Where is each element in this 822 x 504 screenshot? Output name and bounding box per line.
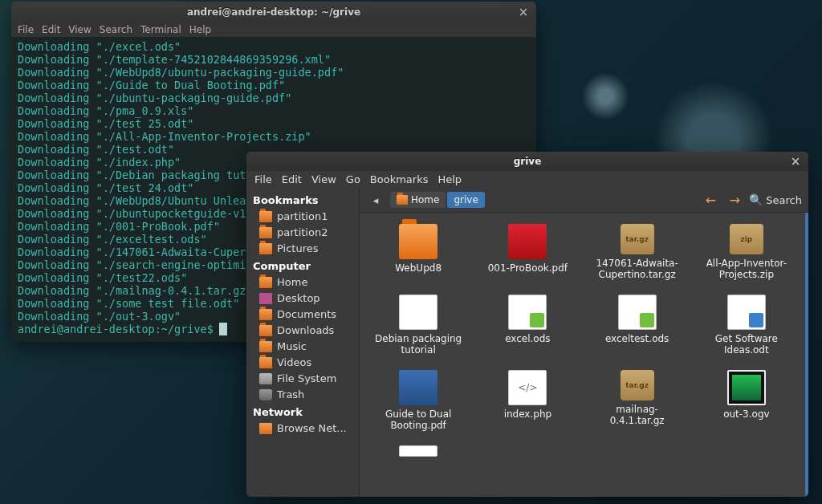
fm-menubar: File Edit View Go Bookmarks Help [246,171,808,188]
file-item[interactable]: 001-ProBook.pdf [475,224,580,280]
folder-icon [259,243,272,254]
fm-titlebar[interactable]: grive × [246,152,808,171]
home-icon [397,195,408,205]
sidebar-item-trash[interactable]: Trash [253,387,354,402]
sidebar-item-browse-network[interactable]: Browse Net... [253,421,354,436]
ogv-icon [727,370,766,405]
breadcrumb-label: Home [411,194,439,205]
terminal-menu-file[interactable]: File [18,24,34,35]
sidebar-item-label: Pictures [277,242,318,254]
tar-icon [621,370,654,400]
sidebar-item-label: Desktop [277,292,320,304]
search-label: Search [766,194,802,206]
sidebar-item-documents[interactable]: Documents [253,307,354,322]
file-item[interactable]: All-App-Inventor-Projects.zip [694,224,799,280]
fm-menu-bookmarks[interactable]: Bookmarks [370,173,429,185]
file-item[interactable]: out-3.ogv [694,370,799,431]
folder-icon [259,211,272,222]
fm-title: grive [514,156,542,167]
sidebar-item-label: partition1 [277,210,328,222]
fm-menu-help[interactable]: Help [437,173,462,185]
drive-icon [259,373,272,384]
fm-menu-view[interactable]: View [311,173,336,185]
sidebar-item-label: partition2 [277,226,328,238]
pdf-blue-icon [399,370,437,405]
tar-icon [621,224,654,254]
sidebar-item-label: Music [277,340,307,352]
terminal-menu-edit[interactable]: Edit [42,24,60,35]
file-item[interactable]: excel.ods [475,295,580,356]
desktop-icon [259,293,272,304]
sidebar-item-filesystem[interactable]: File System [253,371,354,386]
path-back-button[interactable]: ◂ [366,191,385,209]
file-label: out-3.ogv [723,408,770,420]
fm-menu-go[interactable]: Go [346,173,360,185]
file-label: All-App-Inventor-Projects.zip [698,258,795,280]
file-item[interactable] [366,445,470,457]
sidebar-header-bookmarks: Bookmarks [253,194,354,206]
breadcrumb-home[interactable]: Home [390,192,446,208]
file-label: 001-ProBook.pdf [488,262,568,274]
sidebar-item-downloads[interactable]: Downloads [253,323,354,338]
breadcrumb-current[interactable]: grive [447,192,484,208]
file-item[interactable]: Debian packaging tutorial [366,295,470,356]
network-icon [259,423,272,434]
sidebar-item-label: File System [277,372,336,384]
sidebar-item-label: Downloads [277,324,334,336]
terminal-menu-terminal[interactable]: Terminal [140,24,181,35]
file-label: 147061-Adwaita-Cupertino.tar.gz [589,258,686,280]
fm-menu-file[interactable]: File [254,173,272,185]
sidebar-item-label: Documents [277,308,336,320]
file-item[interactable]: Get Software Ideas.odt [694,295,799,356]
fm-sidebar: Bookmarks partition1 partition2 Pictures… [246,188,359,497]
file-icon [399,445,437,457]
file-item[interactable]: index.php [475,370,580,431]
music-icon [259,341,272,352]
sidebar-item-label: Browse Net... [277,422,347,434]
terminal-cursor [220,323,226,335]
folder-icon [259,227,272,238]
sidebar-header-computer: Computer [253,260,354,272]
file-item[interactable]: mailnag-0.4.1.tar.gz [585,370,690,431]
terminal-titlebar[interactable]: andrei@andrei-desktop: ~/grive × [11,2,536,22]
sidebar-item-music[interactable]: Music [253,339,354,354]
sidebar-item-partition2[interactable]: partition2 [253,225,354,240]
odt-icon [727,295,766,330]
fm-menu-edit[interactable]: Edit [282,173,302,185]
close-icon[interactable]: × [517,6,530,18]
folder-icon [399,224,437,259]
file-label: Get Software Ideas.odt [698,333,795,356]
home-icon [259,277,272,288]
terminal-menu-view[interactable]: View [68,24,91,35]
documents-icon [259,309,272,320]
file-item[interactable]: 147061-Adwaita-Cupertino.tar.gz [585,224,690,280]
php-icon [508,370,547,405]
nav-forward-button[interactable]: → [725,191,744,209]
sidebar-item-pictures[interactable]: Pictures [253,241,354,256]
file-label: excel.ods [505,333,550,344]
sidebar-item-label: Home [277,276,307,288]
close-icon[interactable]: × [789,155,802,168]
sidebar-item-label: Trash [277,388,304,400]
sidebar-item-videos[interactable]: Videos [253,355,354,370]
terminal-prompt: andrei@andrei-desktop:~/grive$ [18,323,220,335]
search-button[interactable]: 🔍 Search [749,193,802,206]
terminal-menu-search[interactable]: Search [100,24,132,35]
file-item[interactable]: Guide to Dual Booting.pdf [366,370,470,431]
file-label: index.php [504,408,551,420]
sidebar-item-home[interactable]: Home [253,274,354,290]
sidebar-item-desktop[interactable]: Desktop [253,291,354,306]
file-label: WebUpd8 [395,262,442,274]
file-label: Guide to Dual Booting.pdf [370,408,466,431]
nav-back-button[interactable]: ← [701,191,720,209]
fm-icon-grid[interactable]: WebUpd8001-ProBook.pdf147061-Adwaita-Cup… [360,213,808,497]
downloads-icon [259,325,272,336]
file-manager-window: grive × File Edit View Go Bookmarks Help… [246,152,808,497]
terminal-menu-help[interactable]: Help [189,24,211,35]
file-label: mailnag-0.4.1.tar.gz [589,404,686,426]
file-item[interactable]: WebUpd8 [366,224,470,280]
breadcrumb: Home grive [390,192,485,208]
file-item[interactable]: exceltest.ods [585,295,690,356]
zip-icon [730,224,763,254]
sidebar-item-partition1[interactable]: partition1 [253,209,354,224]
